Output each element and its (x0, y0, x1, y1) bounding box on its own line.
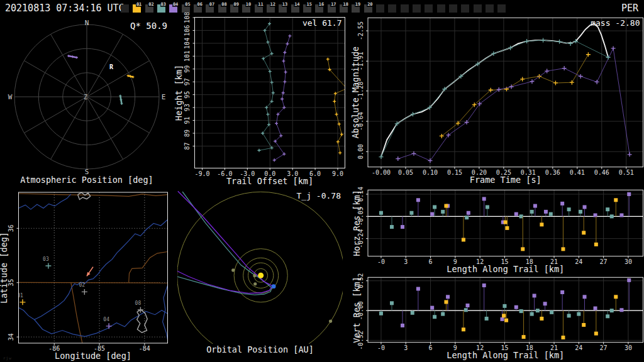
station-toggle-label: 13 (282, 2, 288, 7)
x-tick: 0.51 (619, 169, 634, 176)
station-toggle-label: 11 (257, 2, 264, 7)
cardinal-e: E (162, 93, 166, 101)
station-toggle-17[interactable]: 17 (328, 4, 336, 13)
x-tick: 24 (575, 344, 582, 351)
orbit-title: Orbital Position [AU] (206, 344, 314, 354)
planet-earth (272, 284, 276, 288)
x-tick: 9.0 (332, 170, 343, 177)
station-toggle-05[interactable]: 05 (182, 4, 190, 13)
station-toggle-16[interactable]: 16 (315, 4, 323, 13)
x-tick: -0 (377, 344, 385, 351)
x-tick: 3 (404, 344, 408, 351)
vert_res-xlabel: Length Along Trail [km] (447, 350, 564, 360)
map-ylabel: Latitude [deg] (0, 232, 9, 304)
y-tick: 93 (184, 104, 191, 111)
station-toggle-04[interactable]: 04 (169, 4, 177, 13)
station-toggle-20[interactable]: 20 (364, 4, 372, 13)
y-tick: 104 (184, 38, 191, 49)
polar-title: Atmospheric Position [deg] (20, 175, 153, 185)
x-tick: 0.15 (447, 169, 462, 176)
river (19, 220, 168, 320)
y-tick: 95 (184, 91, 191, 99)
x-tick: 30 (625, 258, 632, 265)
trail_offset-xlabel: Trail Offset [km] (226, 176, 313, 186)
state-border (129, 252, 168, 283)
station-toggle-18[interactable]: 18 (340, 4, 348, 13)
y-tick: 106 (184, 25, 191, 36)
planet-venus (253, 282, 257, 285)
shower-code: PER (621, 3, 638, 14)
series-fit-curve (381, 24, 608, 157)
vert_res-ylabel: Vert Res [km] (352, 277, 362, 343)
station-toggle-label: 16 (318, 2, 325, 7)
station-toggle-14[interactable]: 14 (291, 4, 299, 13)
panel-ground-map: 0102030408-86-85-84363534Longitude [deg]… (0, 192, 168, 361)
station-slot (401, 4, 409, 13)
station-slot (425, 4, 433, 13)
station-toggle-label: 03 (160, 2, 167, 7)
panel-horz_res: -0369121518212427300.14-0.05-0.24Length … (352, 187, 643, 274)
station-toggle-07[interactable]: 07 (206, 4, 214, 13)
top-bar: 20210813 07:34:16 UTC 010203040506070809… (0, 0, 644, 16)
station-toggle-11[interactable]: 11 (255, 4, 263, 13)
qstar-value: Q* 50.9 (130, 21, 167, 31)
map-station-02: 02 (79, 282, 87, 295)
x-tick: 0.46 (594, 169, 609, 176)
y-tick: 89 (184, 129, 191, 137)
station-toggle-10[interactable]: 10 (242, 4, 250, 13)
watermark: rjw (3, 356, 12, 360)
station-slot (413, 4, 421, 13)
station-toggle-08[interactable]: 08 (218, 4, 226, 13)
panel-trail_offset: -9.0-6.0-3.00.03.06.09.01081061041019997… (174, 12, 348, 186)
panel-vert_res: -0369121518212427300.52-0.00-0.52Length … (352, 273, 643, 360)
series-station-03 (257, 22, 274, 152)
station-toggle-label: 02 (148, 2, 154, 7)
magnitude-xlabel: Frame Time [s] (470, 175, 541, 185)
station-toggle-03[interactable]: 03 (157, 4, 165, 13)
panel-orbital-position: T_j -0.78Orbital Position [AU] (177, 191, 345, 359)
app-window: 20210813 07:34:16 UTC 010203040506070809… (0, 0, 644, 362)
station-slot (121, 4, 129, 13)
station-toggle-label: 01 (136, 2, 142, 7)
tisserand-value: T_j -0.78 (297, 191, 341, 200)
y-tick: -2.55 (357, 21, 364, 40)
station-toggle-13[interactable]: 13 (279, 4, 287, 13)
station-slot (497, 4, 506, 13)
station-toggle-label: 04 (172, 2, 179, 7)
planet-mars (231, 268, 235, 272)
station-toggle-06[interactable]: 06 (194, 4, 202, 13)
station-toggle-label: 14 (294, 2, 300, 7)
horz_res-ylabel: Horz Res [km] (352, 190, 362, 256)
urban-area (78, 192, 91, 199)
map-station-label: 02 (79, 282, 86, 288)
station-toggle-01[interactable]: 01 (133, 4, 141, 13)
map-station-label: 01 (17, 293, 23, 299)
x-tick: 3 (404, 258, 408, 265)
station-slot (437, 4, 445, 13)
station-toggle-12[interactable]: 12 (267, 4, 275, 13)
station-toggle-label: 05 (184, 2, 191, 7)
x-tick: -0 (377, 258, 385, 265)
cardinal-n: N (85, 19, 89, 27)
station-toggle-15[interactable]: 15 (303, 4, 311, 13)
planet-jupiter (329, 320, 332, 323)
station-toggle-row: 0102030405060708091011121314151617181920 (121, 4, 510, 13)
series-station-03 (379, 205, 614, 229)
map-xlabel: Longitude [deg] (55, 351, 131, 361)
series-station-01 (444, 295, 618, 339)
trail_offset-ylabel: Height [km] (174, 65, 184, 121)
x-tick: 6 (429, 258, 433, 265)
station-toggle-02[interactable]: 02 (145, 4, 153, 13)
plots-canvas: NSEWZRQ* 50.9Atmospheric Position [deg]-… (0, 0, 644, 362)
station-toggle-label: 07 (209, 2, 215, 7)
map-station-label: 04 (103, 317, 109, 322)
planet-mercury (253, 274, 256, 277)
station-toggle-09[interactable]: 09 (230, 4, 238, 13)
x-tick: 24 (575, 258, 582, 265)
timestamp: 20210813 07:34:16 UTC (5, 3, 125, 14)
map-station-04: 04 (103, 317, 111, 329)
station-toggle-19[interactable]: 19 (352, 4, 360, 13)
cardinal-w: W (8, 93, 13, 101)
map-station-03: 03 (43, 256, 51, 269)
series-station-04 (273, 35, 292, 162)
